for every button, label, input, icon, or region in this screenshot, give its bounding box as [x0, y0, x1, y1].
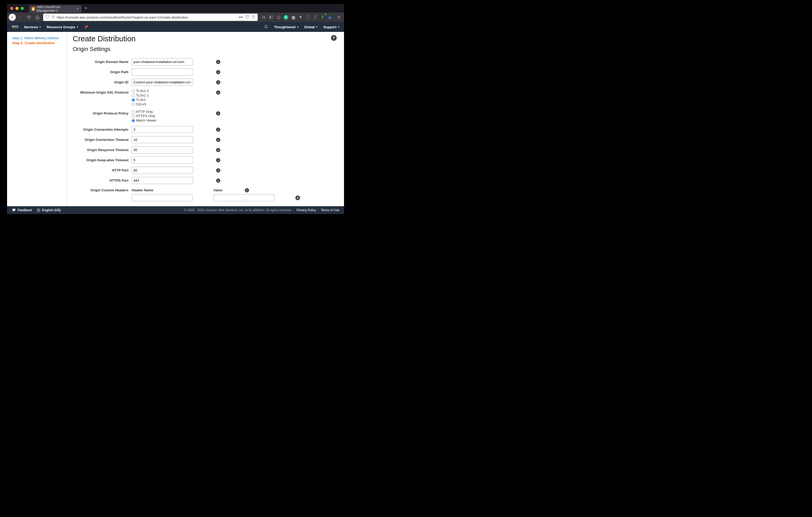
custom-header-name-input[interactable] [132, 194, 193, 201]
ssl-protocol-radios: TLSv1.2 TLSv1.1 TLSv1 SSLv3 [132, 89, 193, 107]
tab-title: AWS CloudFront Management C [37, 5, 75, 12]
more-icon[interactable]: ••• [239, 15, 243, 20]
home-button[interactable] [34, 13, 41, 21]
account-menu[interactable]: Thoughtwoot▾ [274, 25, 298, 29]
support-menu[interactable]: Support▾ [323, 25, 339, 29]
privacy-link[interactable]: Privacy Policy [297, 208, 316, 212]
ext-icon-2[interactable]: ▼ [297, 14, 304, 20]
radio-tlsv11[interactable]: TLSv1.1 [132, 93, 193, 98]
label-ssl-protocol: Minimum Origin SSL Protocol [73, 89, 132, 94]
region-menu[interactable]: Global▾ [304, 25, 318, 29]
info-icon[interactable]: i [216, 60, 220, 64]
response-timeout-input[interactable] [132, 146, 193, 153]
value-column-label: Value [213, 187, 245, 194]
window-controls [10, 7, 29, 10]
ext-icon-o[interactable]: ◉ [327, 14, 333, 20]
label-connection-timeout: Origin Connection Timeout [73, 136, 132, 142]
feedback-icon[interactable]: Feedback [12, 208, 32, 212]
wizard-sidebar: Step 1: Select delivery method Step 2: C… [7, 32, 67, 206]
url-text: https://console.aws.amazon.com/cloudfron… [57, 16, 237, 19]
browser-toolbar: https://console.aws.amazon.com/cloudfron… [7, 12, 344, 22]
radio-sslv3[interactable]: SSLv3 [132, 102, 193, 107]
aws-logo[interactable]: aws [12, 25, 18, 29]
shield-icon [45, 14, 50, 20]
info-icon[interactable]: i [216, 168, 220, 173]
https-port-input[interactable] [132, 177, 193, 184]
grammarly-icon[interactable]: G [283, 14, 289, 20]
radio-tlsv1[interactable]: TLSv1 [132, 98, 193, 102]
protocol-policy-radios: HTTP Only HTTPS Only Match Viewer [132, 110, 193, 123]
label-origin-domain-name: Origin Domain Name [73, 58, 132, 64]
label-keepalive-timeout: Origin Keep-alive Timeout [73, 157, 132, 162]
keepalive-timeout-input[interactable] [132, 157, 193, 163]
svg-point-4 [278, 16, 279, 17]
radio-https-only[interactable]: HTTPS Only [132, 114, 193, 118]
star-icon[interactable] [252, 14, 256, 20]
browser-tab-bar: AWS CloudFront Management C × + [7, 4, 344, 12]
label-origin-id: Origin ID [73, 79, 132, 84]
label-http-port: HTTP Port [73, 167, 132, 172]
connection-timeout-input[interactable] [132, 136, 193, 143]
ext-icon-info[interactable]: ⓘ [305, 14, 311, 20]
account-icon[interactable] [276, 14, 282, 20]
aws-header: aws Services▾ Resource Groups▾ 📌 Thought… [7, 22, 344, 32]
label-origin-path: Origin Path [73, 68, 132, 74]
ext-icon-pin[interactable] [319, 14, 326, 20]
window-minimize-button[interactable] [16, 7, 19, 10]
label-protocol-policy: Origin Protocol Policy [73, 110, 132, 115]
label-custom-headers: Origin Custom Headers [73, 187, 132, 192]
header-name-column-label: Header Name [132, 187, 213, 194]
help-icon[interactable]: ? [331, 35, 337, 41]
info-icon[interactable]: i [216, 148, 220, 152]
language-selector[interactable]: English (US) [37, 208, 60, 212]
new-tab-button[interactable]: + [81, 5, 90, 11]
window-zoom-button[interactable] [21, 7, 24, 10]
info-icon[interactable]: i [216, 158, 220, 162]
forward-button[interactable] [17, 13, 24, 21]
info-icon[interactable]: i [216, 80, 220, 84]
window-close-button[interactable] [10, 7, 13, 10]
radio-match-viewer[interactable]: Match Viewer [132, 118, 193, 123]
reload-button[interactable] [25, 13, 33, 21]
radio-http-only[interactable]: HTTP Only [132, 110, 193, 114]
info-icon[interactable]: i [216, 111, 220, 116]
add-header-button[interactable]: + [295, 195, 300, 200]
info-icon[interactable]: i [245, 188, 249, 192]
label-connection-attempts: Origin Connection Attempts [73, 126, 132, 131]
pocket-icon[interactable] [245, 14, 249, 20]
url-bar[interactable]: https://console.aws.amazon.com/cloudfron… [43, 13, 258, 21]
back-button[interactable] [9, 13, 16, 21]
info-icon[interactable]: i [216, 127, 220, 132]
ext-icon-z[interactable]: Z [312, 14, 318, 20]
resource-groups-menu[interactable]: Resource Groups▾ [47, 25, 78, 29]
http-port-input[interactable] [132, 167, 193, 174]
library-icon[interactable] [261, 14, 267, 20]
connection-attempts-input[interactable] [132, 126, 193, 133]
sidebar-icon[interactable] [268, 14, 274, 20]
sidebar-step-1[interactable]: Step 1: Select delivery method [12, 35, 61, 40]
info-icon[interactable]: i [216, 70, 220, 74]
radio-tlsv12[interactable]: TLSv1.2 [132, 89, 193, 93]
pin-icon[interactable]: 📌 [84, 25, 88, 29]
origin-path-input[interactable] [132, 68, 193, 75]
hamburger-menu-icon[interactable] [335, 13, 342, 21]
origin-id-input[interactable] [132, 79, 193, 86]
info-icon[interactable]: i [216, 90, 220, 95]
close-tab-icon[interactable]: × [77, 7, 79, 11]
svg-rect-2 [270, 16, 271, 19]
copyright-text: © 2008 - 2020, Amazon Web Services, Inc.… [184, 208, 292, 212]
browser-tab[interactable]: AWS CloudFront Management C × [29, 5, 81, 12]
info-icon[interactable]: i [216, 138, 220, 142]
origin-domain-name-input[interactable] [132, 58, 193, 65]
info-icon[interactable]: i [216, 179, 220, 183]
favicon-icon [32, 7, 35, 11]
ext-icon-1[interactable]: ▦ [290, 14, 296, 20]
aws-footer: Feedback English (US) © 2008 - 2020, Ama… [7, 206, 344, 214]
custom-header-value-input[interactable] [213, 194, 274, 201]
notifications-icon[interactable] [264, 25, 268, 30]
services-menu[interactable]: Services▾ [24, 25, 41, 29]
main-content: ? Create Distribution Origin Settings Or… [67, 32, 344, 206]
terms-link[interactable]: Terms of Use [321, 208, 339, 212]
sidebar-step-2[interactable]: Step 2: Create distribution [12, 40, 61, 45]
page-title: Create Distribution [73, 34, 337, 43]
